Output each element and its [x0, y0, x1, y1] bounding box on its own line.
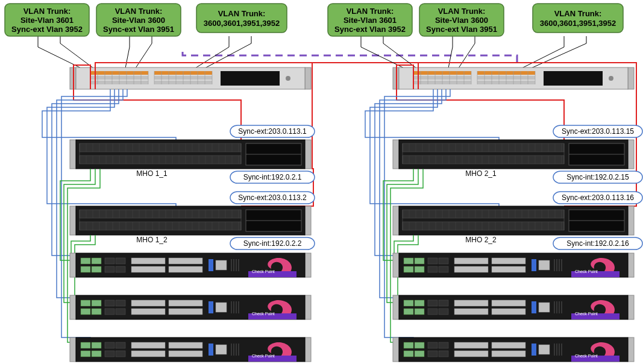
mho-2-2: [393, 206, 634, 235]
svg-text:Sync-ext Vlan 3952: Sync-ext Vlan 3952: [11, 25, 83, 34]
cp-brand-right-1: Check Point: [575, 269, 598, 274]
ip-label-left-3: Sync-int:192.0.2.2: [230, 237, 315, 249]
cp-appliance-right-1: [393, 253, 634, 277]
svg-text:3600,3601,3951,3952: 3600,3601,3951,3952: [540, 19, 616, 28]
svg-text:Site-Vlan 3601: Site-Vlan 3601: [343, 16, 397, 25]
svg-text:Sync-ext:203.0.113.1: Sync-ext:203.0.113.1: [238, 127, 307, 136]
vlan-box-left-0: VLAN Trunk: Site-Vlan 3601 Sync-ext Vlan…: [5, 4, 89, 36]
vlan-box-left-2: VLAN Trunk: 3600,3601,3951,3952: [196, 4, 287, 33]
cp-brand-left-2: Check Point: [252, 312, 275, 316]
svg-text:Sync-int:192.0.2.15: Sync-int:192.0.2.15: [566, 173, 629, 181]
cp-appliance-left-2: [70, 295, 311, 319]
svg-text:Sync-int:192.0.2.2: Sync-int:192.0.2.2: [243, 239, 302, 248]
svg-text:VLAN Trunk:: VLAN Trunk:: [218, 9, 266, 18]
svg-text:Site-Vlan 3600: Site-Vlan 3600: [435, 16, 488, 25]
svg-text:VLAN Trunk:: VLAN Trunk:: [24, 7, 71, 16]
mho-1-1: [70, 140, 311, 169]
mho-2-1-label: MHO 2_1: [465, 169, 497, 178]
mho-2-2-label: MHO 2_2: [465, 236, 497, 244]
ip-label-right-3: Sync-int:192.0.2.16: [553, 237, 642, 249]
svg-text:Sync-ext:203.0.113.2: Sync-ext:203.0.113.2: [238, 193, 307, 202]
svg-text:Sync-ext Vlan 3952: Sync-ext Vlan 3952: [334, 25, 406, 34]
cp-appliance-left-3: [70, 337, 311, 362]
core-switch-left: [70, 67, 311, 89]
vlan-box-right-0: VLAN Trunk: Site-Vlan 3601 Sync-ext Vlan…: [328, 4, 412, 36]
vlan-box-left-1: VLAN Trunk: Site-Vlan 3600 Sync-ext Vlan…: [96, 4, 181, 36]
green-link-left-2: [64, 169, 96, 303]
mho-1-2-label: MHO 1_2: [136, 236, 168, 244]
svg-text:VLAN Trunk:: VLAN Trunk:: [115, 7, 163, 16]
svg-text:VLAN Trunk:: VLAN Trunk:: [554, 9, 602, 18]
svg-text:Site-Vlan 3600: Site-Vlan 3600: [112, 16, 165, 25]
core-switch-right: [393, 67, 634, 89]
svg-text:Site-Vlan 3601: Site-Vlan 3601: [20, 16, 74, 25]
cp-brand-left-1: Check Point: [252, 269, 275, 274]
ip-label-right-0: Sync-ext:203.0.113.15: [553, 125, 642, 137]
svg-text:Sync-ext:203.0.113.16: Sync-ext:203.0.113.16: [562, 193, 634, 202]
svg-text:VLAN Trunk:: VLAN Trunk:: [347, 7, 394, 16]
ip-label-right-2: Sync-ext:203.0.113.16: [553, 192, 642, 204]
svg-text:Sync-ext Vlan 3951: Sync-ext Vlan 3951: [426, 25, 497, 34]
ip-label-left-1: Sync-int:192.0.2.1: [230, 171, 315, 183]
vlan-box-right-1: VLAN Trunk: Site-Vlan 3600 Sync-ext Vlan…: [419, 4, 504, 36]
svg-text:Sync-ext:203.0.113.15: Sync-ext:203.0.113.15: [562, 127, 634, 136]
cp-brand-right-3: Check Point: [575, 354, 598, 358]
ip-label-left-2: Sync-ext:203.0.113.2: [230, 192, 315, 204]
cp-brand-right-2: Check Point: [575, 312, 598, 316]
mho-1-1-label: MHO 1_1: [136, 169, 168, 178]
cp-brand-left-3: Check Point: [252, 354, 275, 358]
cp-appliance-left-1: [70, 253, 311, 277]
svg-text:VLAN Trunk:: VLAN Trunk:: [438, 7, 486, 16]
site-left: MHO 1_1 MHO 1_2 Check Point Check Point …: [38, 36, 411, 362]
svg-text:Sync-int:192.0.2.1: Sync-int:192.0.2.1: [243, 173, 302, 181]
ip-label-right-1: Sync-int:192.0.2.15: [553, 171, 642, 183]
svg-text:Sync-ext Vlan 3951: Sync-ext Vlan 3951: [103, 25, 174, 34]
mho-2-1: [393, 140, 634, 169]
cp-appliance-right-2: [393, 295, 634, 319]
site-right: MHO 2_1 MHO 2_2 Check Point Check Point …: [361, 36, 642, 362]
ip-label-left-0: Sync-ext:203.0.113.1: [230, 125, 315, 137]
vlan-box-right-2: VLAN Trunk: 3600,3601,3951,3952: [533, 4, 623, 33]
svg-text:Sync-int:192.0.2.16: Sync-int:192.0.2.16: [566, 239, 629, 248]
svg-text:3600,3601,3951,3952: 3600,3601,3951,3952: [204, 19, 280, 28]
cp-appliance-right-3: [393, 337, 634, 362]
mho-1-2: [70, 206, 311, 235]
